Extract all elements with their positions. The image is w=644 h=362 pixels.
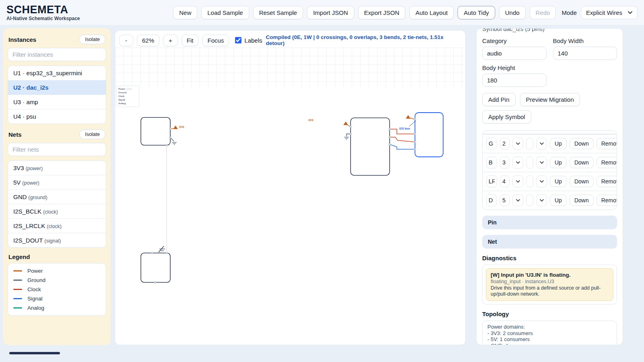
pin-number-input[interactable]: [500, 175, 510, 187]
auto-tidy-button[interactable]: Auto Tidy: [458, 6, 495, 19]
import-json-button[interactable]: Import JSON: [307, 6, 354, 19]
pin-side-select[interactable]: [512, 138, 523, 150]
instance-item-u1[interactable]: U1 · esp32_s3_supermini: [8, 66, 106, 80]
new-button[interactable]: New: [173, 6, 197, 19]
pin-side-select[interactable]: [512, 156, 523, 169]
component-u2-selected[interactable]: [415, 113, 443, 157]
schematic-canvas[interactable]: 3V3 3V3 I2S b: [115, 47, 466, 345]
symbol-title: Symbol dac_i2s (5 pins): [482, 29, 617, 33]
instance-item-u4[interactable]: U4 · psu: [8, 109, 106, 123]
component-u4[interactable]: [141, 253, 170, 282]
pin-down-button[interactable]: Down: [570, 195, 594, 206]
export-json-button[interactable]: Export JSON: [358, 6, 406, 19]
zoom-out-button[interactable]: -: [119, 35, 133, 46]
pin-name-input[interactable]: [486, 138, 497, 150]
nets-isolate-button[interactable]: Isolate: [79, 130, 105, 139]
pin-down-button[interactable]: Down: [570, 176, 594, 187]
net-item-i2s-lrclk[interactable]: I2S_LRCLK(clock): [8, 218, 106, 233]
diagnostic-warning-card[interactable]: [W] Input pin 'U3.IN' is floating. float…: [486, 268, 613, 301]
pin-type-select[interactable]: [536, 194, 547, 206]
category-input[interactable]: [482, 47, 547, 60]
pin-net-input[interactable]: [526, 156, 533, 169]
pin-remove-button[interactable]: Remove: [597, 138, 617, 149]
pin-type-select[interactable]: [536, 156, 547, 169]
pin-dot[interactable]: [414, 141, 416, 143]
pin-type-select[interactable]: [536, 175, 547, 187]
pin-dot[interactable]: [151, 252, 153, 254]
pin-dot[interactable]: [389, 128, 390, 130]
pin-number-input[interactable]: [500, 138, 510, 150]
mode-select[interactable]: Explicit Wires: [581, 6, 638, 19]
pin-dot[interactable]: [166, 144, 167, 146]
instance-item-u3[interactable]: U3 · amp: [8, 95, 106, 109]
zoom-level-button[interactable]: 62%: [137, 35, 159, 46]
pin-dot[interactable]: [414, 148, 416, 150]
legend-row-clock: Clock: [8, 285, 106, 294]
zoom-in-button[interactable]: +: [163, 35, 178, 46]
pin-dot[interactable]: [155, 282, 156, 283]
pin-name-input[interactable]: [486, 175, 497, 187]
pin-name-input[interactable]: [486, 194, 497, 206]
pin-remove-button[interactable]: Remove: [597, 195, 617, 206]
clock-color-swatch: [13, 289, 22, 290]
instance-item-u2[interactable]: U2 · dac_i2s: [8, 80, 106, 95]
apply-symbol-button[interactable]: Apply Symbol: [482, 110, 531, 123]
undo-button[interactable]: Undo: [499, 6, 526, 19]
pin-side-select[interactable]: [512, 175, 523, 187]
pin-up-button[interactable]: Up: [550, 157, 567, 168]
pin-dot[interactable]: [166, 252, 167, 254]
pin-dot[interactable]: [169, 137, 171, 138]
add-pin-button[interactable]: Add Pin: [482, 93, 516, 106]
pin-net-input[interactable]: [526, 194, 533, 206]
labels-checkbox[interactable]: [235, 37, 242, 43]
body-width-input[interactable]: [553, 47, 617, 60]
pin-net-input[interactable]: [526, 175, 533, 187]
pin-down-button[interactable]: Down: [570, 157, 594, 168]
pin-section-bar[interactable]: Pin: [482, 216, 617, 229]
pin-dot[interactable]: [414, 118, 416, 120]
pin-number-input[interactable]: [500, 194, 510, 206]
pin-dot[interactable]: [169, 128, 171, 130]
pin-side-select[interactable]: [512, 194, 523, 206]
reset-sample-button[interactable]: Reset Sample: [253, 6, 303, 19]
app-header: SCHEMETA AI-Native Schematic Workspace N…: [0, 0, 644, 25]
load-sample-button[interactable]: Load Sample: [201, 6, 249, 19]
fit-button[interactable]: Fit: [182, 35, 199, 46]
pin-name-input[interactable]: [486, 156, 497, 169]
chevron-down-icon: [628, 11, 632, 14]
pin-net-input[interactable]: [526, 138, 533, 150]
legend-row-ground: Ground: [8, 276, 106, 285]
net-item-i2s-bclk[interactable]: I2S_BCLK(clock): [8, 204, 106, 218]
pin-type-select[interactable]: [536, 138, 547, 150]
pin-remove-button[interactable]: Remove: [597, 176, 617, 187]
instances-isolate-button[interactable]: Isolate: [79, 35, 105, 44]
power-flag-icon: [343, 121, 348, 125]
component-u1[interactable]: [351, 118, 390, 175]
pin-editor-list: Up Down Remove Up Down Remove Up Down Re…: [482, 130, 617, 210]
pin-dot[interactable]: [414, 133, 416, 135]
instances-filter-input[interactable]: [8, 48, 106, 61]
net-section-bar[interactable]: Net: [482, 235, 617, 249]
preview-migration-button[interactable]: Preview Migration: [520, 93, 580, 106]
net-item-5v[interactable]: 5V(power): [8, 175, 106, 189]
pin-dot[interactable]: [389, 144, 390, 145]
nets-filter-input[interactable]: [8, 143, 106, 156]
pin-up-button[interactable]: Up: [550, 176, 567, 187]
net-item-gnd[interactable]: GND(ground): [8, 189, 106, 204]
focus-button[interactable]: Focus: [202, 35, 229, 46]
pin-dot[interactable]: [389, 136, 390, 138]
pin-dot[interactable]: [350, 126, 351, 128]
body-height-input[interactable]: [482, 74, 547, 87]
pin-up-button[interactable]: Up: [550, 195, 567, 206]
pin-dot[interactable]: [350, 133, 351, 135]
net-item-3v3[interactable]: 3V3(power): [8, 161, 106, 175]
pin-number-input[interactable]: [500, 156, 510, 169]
pin-down-button[interactable]: Down: [570, 138, 594, 149]
net-item-i2s-dout[interactable]: I2S_DOUT(signal): [8, 233, 106, 247]
pin-remove-button[interactable]: Remove: [597, 157, 617, 168]
pin-up-button[interactable]: Up: [550, 138, 567, 149]
component-u3[interactable]: [141, 117, 170, 145]
labels-toggle[interactable]: Labels: [235, 37, 262, 44]
instances-title: Instances: [8, 36, 36, 43]
auto-layout-button[interactable]: Auto Layout: [409, 6, 454, 19]
